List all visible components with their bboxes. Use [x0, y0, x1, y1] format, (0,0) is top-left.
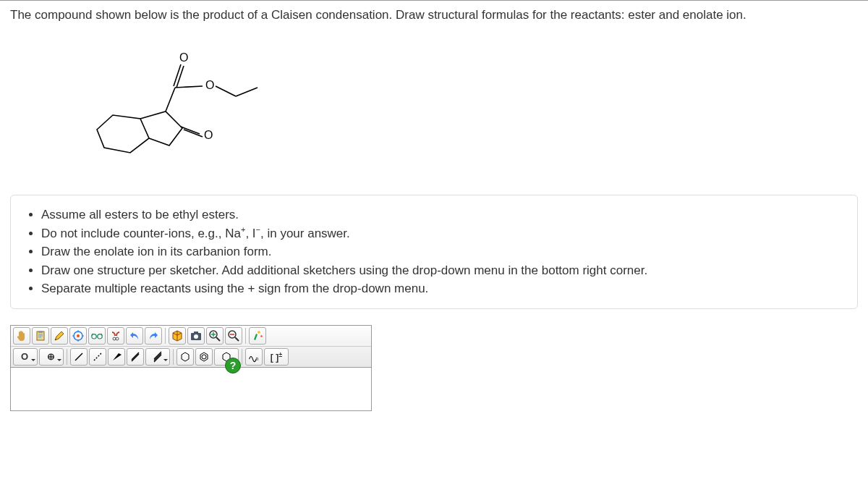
svg-text:O: O	[179, 51, 188, 64]
double-bond-tool[interactable]	[127, 348, 144, 366]
svg-line-29	[132, 354, 139, 361]
cut-bond-tool[interactable]	[107, 327, 124, 345]
sketcher-toolbar: O ⊕ n [ ]±	[10, 325, 372, 368]
benzene-ring-tool[interactable]	[176, 348, 194, 366]
instruction-item: Assume all esters to be ethyl esters.	[41, 206, 843, 224]
svg-line-25	[75, 353, 82, 360]
svg-line-31	[154, 353, 161, 360]
toolbar-separator	[165, 328, 166, 344]
bracket-tool[interactable]: [ ]±	[264, 348, 289, 366]
svg-marker-27	[113, 353, 122, 360]
product-structure-image: O O O	[68, 35, 271, 180]
toolbar-separator	[173, 349, 174, 365]
help-button[interactable]: ?	[225, 358, 241, 373]
toolbar-separator	[67, 349, 67, 365]
svg-line-2	[184, 130, 203, 137]
svg-point-18	[113, 337, 116, 340]
zoom-out-button[interactable]	[225, 327, 242, 345]
svg-point-15	[77, 334, 80, 337]
atom-picker-label: O	[18, 351, 33, 362]
dashed-bond-tool[interactable]	[89, 348, 106, 366]
clean-structure-button[interactable]	[249, 327, 266, 345]
svg-line-28	[132, 353, 139, 360]
chain-tool[interactable]: n	[245, 348, 263, 366]
toolbar-separator	[242, 349, 242, 365]
toolbar-separator	[245, 328, 246, 344]
charge-picker[interactable]: ⊕	[39, 348, 64, 366]
svg-line-5	[174, 64, 181, 86]
svg-marker-0	[97, 115, 149, 153]
sketcher-canvas[interactable]: ?	[10, 368, 372, 411]
instruction-item: Draw one structure per sketcher. Add add…	[41, 261, 843, 280]
redo-button[interactable]	[145, 327, 162, 345]
instruction-item: Separate multiple reactants using the + …	[41, 279, 843, 298]
svg-text:O: O	[204, 129, 213, 141]
cyclohexane-tool[interactable]	[195, 348, 213, 366]
undo-button[interactable]	[126, 327, 143, 345]
instructions-panel: Assume all esters to be ethyl esters. Do…	[10, 195, 858, 309]
wedge-bond-tool[interactable]	[108, 348, 125, 366]
paste-button[interactable]	[32, 327, 49, 345]
question-text: The compound shown below is the product …	[10, 7, 858, 24]
zoom-in-button[interactable]	[206, 327, 224, 345]
hand-tool[interactable]	[13, 327, 30, 345]
svg-text:n: n	[255, 356, 258, 361]
atom-picker[interactable]: O	[13, 348, 38, 366]
svg-text:O: O	[205, 79, 214, 91]
triple-bond-tool[interactable]	[145, 348, 170, 366]
svg-rect-22	[194, 332, 198, 334]
svg-point-21	[194, 334, 198, 339]
structure-sketcher: O ⊕ n [ ]± ?	[10, 325, 372, 411]
svg-point-16	[92, 334, 96, 339]
snapshot-button[interactable]	[187, 327, 205, 345]
instruction-item: Draw the enolate ion in its carbanion fo…	[41, 242, 843, 261]
target-tool[interactable]	[69, 327, 87, 345]
svg-marker-33	[182, 353, 189, 361]
svg-point-35	[202, 355, 206, 359]
view-3d-button[interactable]	[169, 327, 186, 345]
single-bond-tool[interactable]	[70, 348, 88, 366]
svg-point-19	[116, 337, 119, 340]
svg-line-8	[175, 86, 203, 88]
svg-line-1	[181, 127, 200, 134]
svg-point-17	[98, 334, 102, 339]
glasses-tool[interactable]	[88, 327, 106, 345]
svg-line-10	[216, 86, 236, 96]
svg-rect-13	[38, 331, 43, 333]
instruction-item: Do not include counter-ions, e.g., Na+, …	[41, 224, 843, 242]
pencil-tool[interactable]	[51, 327, 68, 345]
svg-line-6	[176, 66, 184, 88]
svg-line-11	[236, 88, 258, 96]
charge-picker-label: ⊕	[44, 351, 59, 362]
svg-line-26	[94, 353, 101, 360]
svg-line-4	[166, 88, 175, 111]
